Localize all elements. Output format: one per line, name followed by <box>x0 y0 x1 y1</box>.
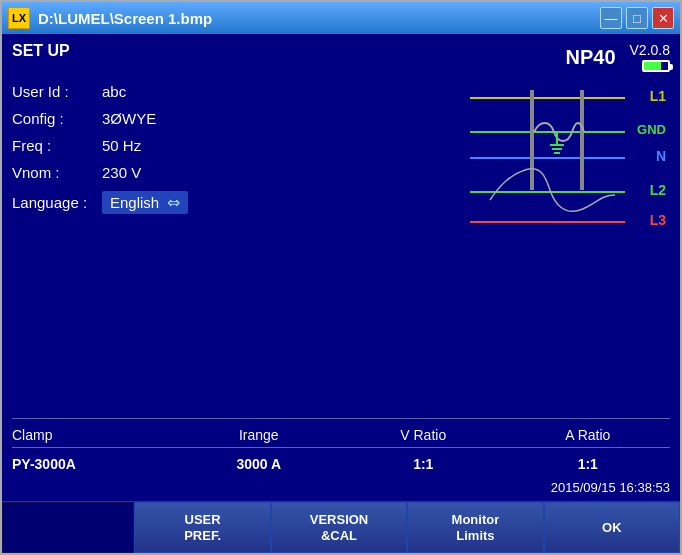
main-window: LX D:\LUMEL\Screen 1.bmp — □ ✕ SET UP NP… <box>0 0 682 555</box>
field-value-config: 3ØWYE <box>102 110 156 127</box>
table-row: PY-3000A 3000 A 1:1 1:1 <box>12 452 670 476</box>
close-button[interactable]: ✕ <box>652 7 674 29</box>
main-area: User Id : abc Config : 3ØWYE Freq : 50 H… <box>12 80 670 412</box>
version-label: V2.0.8 <box>630 42 670 58</box>
ok-button[interactable]: OK <box>544 502 680 553</box>
table-header-row: Clamp Irange V Ratio A Ratio <box>12 427 670 448</box>
svg-rect-6 <box>580 90 584 190</box>
field-label-config: Config : <box>12 110 102 127</box>
table-section: Clamp Irange V Ratio A Ratio PY-3000A 30… <box>12 427 670 476</box>
device-info: NP40 V2.0.8 <box>565 42 670 72</box>
device-name: NP40 <box>565 46 615 69</box>
app-icon: LX <box>8 7 30 29</box>
field-user-id: User Id : abc <box>12 80 460 103</box>
field-vnom: Vnom : 230 V <box>12 161 460 184</box>
field-freq: Freq : 50 Hz <box>12 134 460 157</box>
table-header-vratio: V Ratio <box>341 427 506 443</box>
field-language: Language : English ⇔ <box>12 188 460 217</box>
bottom-bar: USERPREF. VERSION&CAL MonitorLimits OK <box>2 501 680 553</box>
content-area: SET UP NP40 V2.0.8 User Id : abc <box>2 34 680 501</box>
wire-label-n: N <box>656 148 666 164</box>
restore-button[interactable]: □ <box>626 7 648 29</box>
svg-rect-5 <box>530 90 534 190</box>
wiring-svg <box>470 80 670 250</box>
minimize-button[interactable]: — <box>600 7 622 29</box>
title-bar: LX D:\LUMEL\Screen 1.bmp — □ ✕ <box>2 2 680 34</box>
field-value-vnom: 230 V <box>102 164 141 181</box>
divider <box>12 418 670 419</box>
user-pref-button[interactable]: USERPREF. <box>134 502 270 553</box>
field-label-user-id: User Id : <box>12 83 102 100</box>
field-value-user-id: abc <box>102 83 126 100</box>
bottom-btn-empty <box>2 502 134 553</box>
window-controls: — □ ✕ <box>600 7 674 29</box>
wire-label-l1: L1 <box>650 88 666 104</box>
table-header-irange: Irange <box>177 427 342 443</box>
field-value-freq: 50 Hz <box>102 137 141 154</box>
field-label-freq: Freq : <box>12 137 102 154</box>
timestamp: 2015/09/15 16:38:53 <box>12 480 670 495</box>
wire-label-gnd: GND <box>637 122 666 137</box>
monitor-limits-button[interactable]: MonitorLimits <box>407 502 543 553</box>
table-cell-clamp: PY-3000A <box>12 456 177 472</box>
battery-icon <box>642 60 670 72</box>
left-panel: User Id : abc Config : 3ØWYE Freq : 50 H… <box>12 80 460 412</box>
window-title: D:\LUMEL\Screen 1.bmp <box>38 10 592 27</box>
language-value: English <box>110 194 159 211</box>
table-cell-vratio: 1:1 <box>341 456 506 472</box>
top-header: SET UP NP40 V2.0.8 <box>12 42 670 72</box>
table-header-clamp: Clamp <box>12 427 177 443</box>
version-cal-button[interactable]: VERSION&CAL <box>271 502 407 553</box>
setup-label: SET UP <box>12 42 70 60</box>
table-cell-aratio: 1:1 <box>506 456 671 472</box>
language-selector[interactable]: English ⇔ <box>102 191 188 214</box>
wiring-diagram: L1 GND N L2 L3 <box>470 80 670 250</box>
field-label-vnom: Vnom : <box>12 164 102 181</box>
language-arrow-icon: ⇔ <box>167 193 180 212</box>
wire-label-l2: L2 <box>650 182 666 198</box>
field-config: Config : 3ØWYE <box>12 107 460 130</box>
table-cell-irange: 3000 A <box>177 456 342 472</box>
field-label-language: Language : <box>12 194 102 211</box>
wiring-diagram-panel: L1 GND N L2 L3 <box>470 80 670 412</box>
table-header-aratio: A Ratio <box>506 427 671 443</box>
wire-label-l3: L3 <box>650 212 666 228</box>
